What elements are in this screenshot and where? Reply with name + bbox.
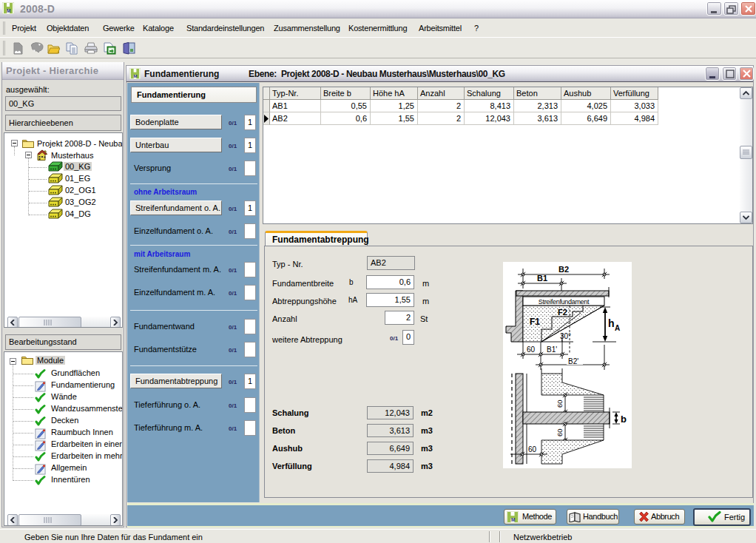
svg-text:M: M bbox=[7, 8, 10, 13]
svg-text:A: A bbox=[615, 324, 620, 332]
svg-text:B2: B2 bbox=[558, 265, 569, 274]
svg-text:B1': B1' bbox=[547, 345, 557, 354]
svg-text:60: 60 bbox=[556, 399, 564, 408]
svg-text:F1: F1 bbox=[530, 317, 540, 327]
svg-text:60: 60 bbox=[528, 445, 537, 453]
svg-text:F2: F2 bbox=[558, 308, 567, 317]
svg-text:M: M bbox=[511, 517, 515, 522]
svg-text:60: 60 bbox=[556, 428, 564, 436]
svg-text:b: b bbox=[621, 414, 627, 425]
svg-text:B1: B1 bbox=[537, 274, 547, 283]
svg-text:h: h bbox=[608, 317, 615, 329]
svg-text:B2': B2' bbox=[568, 357, 578, 365]
svg-text:M: M bbox=[134, 73, 138, 78]
svg-text:60: 60 bbox=[527, 345, 536, 354]
svg-text:Streifenfundament: Streifenfundament bbox=[539, 298, 590, 306]
